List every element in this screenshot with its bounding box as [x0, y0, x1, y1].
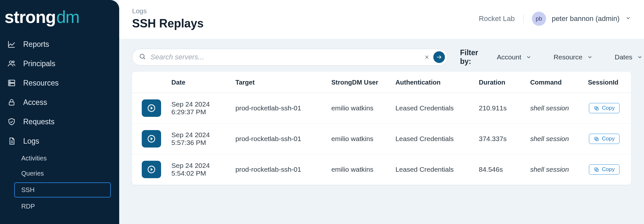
svg-marker-19 — [151, 137, 153, 140]
cell-target: prod-rocketlab-ssh-01 — [230, 93, 326, 124]
header-left: Logs SSH Replays — [132, 7, 479, 30]
play-replay-button[interactable] — [142, 99, 161, 117]
sidebar-subitem-ssh[interactable]: SSH — [14, 182, 111, 198]
cell-auth: Leased Credentials — [390, 124, 474, 154]
sidebar-subitem-activities[interactable]: Activities — [0, 151, 117, 166]
date-line2: 6:29:37 PM — [171, 108, 225, 116]
svg-point-4 — [10, 81, 10, 82]
cell-sessionid: Copy — [583, 154, 631, 185]
date-line1: Sep 24 2024 — [171, 162, 225, 169]
lock-icon — [7, 98, 16, 107]
table-row: Sep 24 20245:57:36 PMprod-rocketlab-ssh-… — [132, 124, 631, 154]
svg-rect-6 — [9, 102, 14, 105]
table-header-row: Date Target StrongDM User Authentication… — [132, 72, 631, 93]
cell-user: emilio watkins — [326, 154, 390, 185]
copy-sessionid-button[interactable]: Copy — [589, 164, 620, 175]
header-right: Rocket Lab pb peter bannon (admin) — [479, 7, 631, 26]
cell-command: shell session — [525, 154, 583, 185]
users-icon — [7, 59, 16, 68]
sidebar-item-requests[interactable]: Requests — [0, 112, 117, 131]
col-sid: SessionId — [583, 72, 631, 93]
col-date: Date — [166, 72, 230, 93]
sidebar-item-logs[interactable]: Logs — [0, 131, 117, 151]
cell-sessionid: Copy — [583, 124, 631, 154]
avatar: pb — [532, 12, 546, 26]
cell-target: prod-rocketlab-ssh-01 — [230, 154, 326, 185]
cell-date: Sep 24 20245:57:36 PM — [166, 124, 230, 154]
sidebar-item-access[interactable]: Access — [0, 93, 117, 112]
table-row: Sep 24 20246:29:37 PMprod-rocketlab-ssh-… — [132, 93, 631, 124]
play-replay-button[interactable] — [142, 130, 161, 148]
sidebar-item-label: Reports — [23, 40, 49, 49]
copy-icon — [594, 167, 599, 172]
svg-marker-23 — [151, 168, 153, 171]
filter-label: Dates — [615, 53, 632, 61]
logo-dm: dm — [56, 8, 80, 25]
cell-user: emilio watkins — [326, 93, 390, 124]
cell-duration: 210.911s — [474, 93, 525, 124]
logo-strong: strong — [5, 8, 56, 25]
filter-resource[interactable]: Resource — [550, 51, 596, 64]
sidebar-item-label: Resources — [23, 79, 59, 87]
logo: strongdm — [0, 0, 119, 35]
svg-point-0 — [9, 61, 12, 64]
replays-table: Date Target StrongDM User Authentication… — [132, 72, 631, 185]
date-line2: 5:54:02 PM — [171, 169, 225, 177]
cell-play — [132, 93, 166, 124]
cell-sessionid: Copy — [583, 93, 631, 124]
sidebar-item-resources[interactable]: Resources — [0, 73, 117, 93]
nav: Reports Principals Resources Access Requ — [0, 35, 119, 224]
user-menu[interactable]: pb peter bannon (admin) — [532, 12, 631, 26]
search-submit-button[interactable] — [433, 51, 445, 63]
cell-date: Sep 24 20246:29:37 PM — [166, 93, 230, 124]
svg-point-5 — [10, 84, 10, 85]
svg-point-9 — [140, 54, 144, 58]
sidebar: strongdm Reports Principals Resources — [0, 0, 119, 224]
date-line2: 5:57:36 PM — [171, 139, 225, 147]
page-title: SSH Replays — [132, 17, 479, 30]
copy-sessionid-button[interactable]: Copy — [589, 134, 620, 144]
cell-duration: 374.337s — [474, 124, 525, 154]
svg-line-10 — [144, 58, 145, 59]
filter-dates[interactable]: Dates — [611, 51, 644, 64]
search-input[interactable] — [146, 53, 423, 61]
toolbar: Filter by: Account Resource Dates — [119, 39, 644, 72]
play-replay-button[interactable] — [142, 161, 161, 178]
sidebar-subitem-label: RDP — [21, 203, 35, 210]
server-icon — [7, 78, 16, 87]
search-box — [132, 49, 448, 66]
copy-icon — [594, 106, 599, 111]
col-target: Target — [230, 72, 326, 93]
filter-label: Account — [497, 53, 521, 61]
shield-check-icon — [7, 117, 16, 126]
sidebar-subitem-rdp[interactable]: RDP — [0, 199, 117, 214]
cell-command: shell session — [525, 124, 583, 154]
copy-sessionid-button[interactable]: Copy — [589, 103, 620, 113]
sidebar-subitem-label: Activities — [21, 155, 47, 162]
filter-account[interactable]: Account — [494, 51, 535, 64]
clear-search-button[interactable] — [423, 53, 431, 61]
table-row: Sep 24 20245:54:02 PMprod-rocketlab-ssh-… — [132, 154, 631, 185]
col-cmd: Command — [525, 72, 583, 93]
sidebar-item-reports[interactable]: Reports — [0, 35, 117, 54]
sidebar-item-label: Logs — [23, 137, 39, 146]
cell-auth: Leased Credentials — [390, 93, 474, 124]
sidebar-subitem-queries[interactable]: Queries — [0, 166, 117, 181]
date-line1: Sep 24 2024 — [171, 131, 225, 139]
cell-command: shell session — [525, 93, 583, 124]
cell-play — [132, 154, 166, 185]
filter-label: Resource — [553, 53, 582, 61]
copy-label: Copy — [602, 166, 615, 173]
svg-marker-15 — [151, 107, 153, 109]
sidebar-item-principals[interactable]: Principals — [0, 54, 117, 73]
sidebar-item-label: Requests — [23, 117, 54, 126]
breadcrumb: Logs — [132, 7, 479, 15]
document-icon — [7, 137, 16, 146]
cell-user: emilio watkins — [326, 124, 390, 154]
cell-target: prod-rocketlab-ssh-01 — [230, 124, 326, 154]
user-display-name: peter bannon (admin) — [552, 15, 620, 23]
col-play — [132, 72, 166, 93]
cell-date: Sep 24 20245:54:02 PM — [166, 154, 230, 185]
svg-point-1 — [13, 61, 14, 63]
copy-icon — [594, 136, 599, 142]
